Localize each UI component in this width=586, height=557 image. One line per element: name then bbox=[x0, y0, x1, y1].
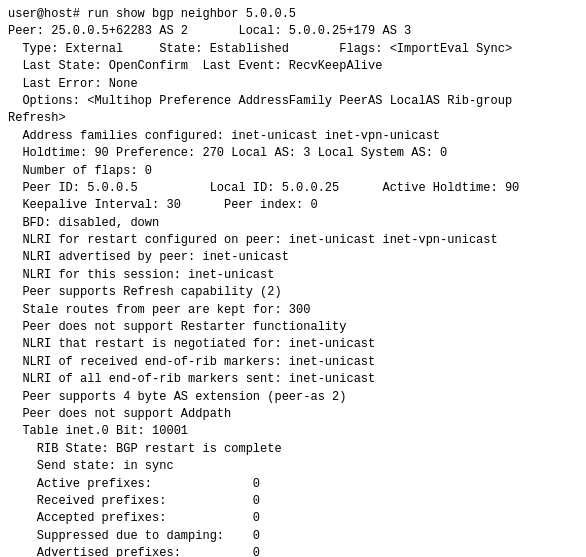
terminal-output: user@host# run show bgp neighbor 5.0.0.5… bbox=[8, 6, 578, 557]
